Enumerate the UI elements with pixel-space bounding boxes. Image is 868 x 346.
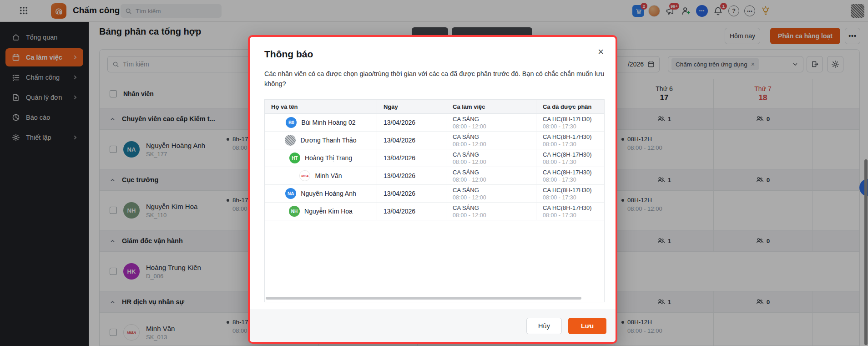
avatar: HT <box>289 153 300 163</box>
avatar: NH <box>289 206 300 217</box>
conflict-row: B0Bùi Minh Hoàng 02 13/04/2026 CA SÁNG08… <box>265 114 604 132</box>
conflict-table: Họ và tên Ngày Ca làm việc Ca đã được ph… <box>264 99 605 302</box>
conflict-row: Dương Thanh Thảo 13/04/2026 CA SÁNG08:00… <box>265 132 604 149</box>
conflict-row: NANguyễn Hoàng Anh 13/04/2026 CA SÁNG08:… <box>265 185 604 203</box>
conflict-row: HTHoàng Thị Trang 13/04/2026 CA SÁNG08:0… <box>265 149 604 167</box>
notification-modal: Thông báo × Các nhân viên có ca được chọ… <box>248 35 617 344</box>
modal-message: Các nhân viên có ca được chọn giao/trùng… <box>264 69 605 89</box>
avatar-photo <box>285 135 296 146</box>
close-icon[interactable]: × <box>598 47 604 57</box>
avatar: NA <box>285 188 296 199</box>
save-button[interactable]: Lưu <box>568 318 606 334</box>
avatar: B0 <box>286 117 297 128</box>
cancel-button[interactable]: Hủy <box>526 318 562 334</box>
avatar-misa-logo: MISA <box>299 170 310 181</box>
conflict-table-header: Họ và tên Ngày Ca làm việc Ca đã được ph… <box>265 100 604 114</box>
conflict-row: MISAMinh Vân 13/04/2026 CA SÁNG08:00 - 1… <box>265 167 604 185</box>
modal-footer: Hủy Lưu <box>250 310 616 342</box>
conflict-row: NHNguyễn Kim Hoa 13/04/2026 CA SÁNG08:00… <box>265 203 604 220</box>
horizontal-scrollbar[interactable] <box>266 297 581 300</box>
modal-title: Thông báo <box>264 49 313 60</box>
